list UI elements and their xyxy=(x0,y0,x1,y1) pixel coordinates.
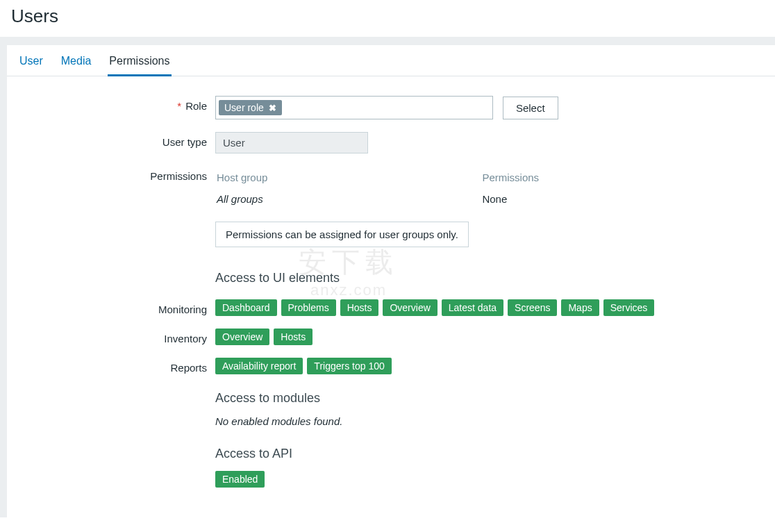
permissions-col-hostgroup: Host group xyxy=(217,167,481,190)
monitoring-label: Monitoring xyxy=(7,299,215,315)
user-type-label: User type xyxy=(7,132,215,148)
access-modules-note: No enabled modules found. xyxy=(215,415,761,427)
panel: User Media Permissions * Role User role … xyxy=(7,45,775,517)
table-row: All groups None xyxy=(217,192,658,206)
badge-overview: Overview xyxy=(383,299,437,316)
monitoring-badges: Dashboard Problems Hosts Overview Latest… xyxy=(215,299,761,316)
badge-services: Services xyxy=(603,299,655,316)
badge-screens: Screens xyxy=(508,299,557,316)
badge-dashboard: Dashboard xyxy=(215,299,277,316)
tab-permissions[interactable]: Permissions xyxy=(108,45,171,76)
badge-problems: Problems xyxy=(281,299,336,316)
role-label: * Role xyxy=(7,96,215,112)
permissions-col-permissions: Permissions xyxy=(482,167,658,190)
permissions-note: Permissions can be assigned for user gro… xyxy=(215,222,469,247)
role-tag[interactable]: User role ✖ xyxy=(219,100,282,115)
permissions-table: Host group Permissions All groups None xyxy=(215,166,660,208)
inventory-badges: Overview Hosts xyxy=(215,329,761,345)
badge-latest-data: Latest data xyxy=(442,299,503,316)
role-tag-label: User role xyxy=(224,102,264,113)
role-multiselect[interactable]: User role ✖ xyxy=(215,96,493,119)
select-role-button[interactable]: Select xyxy=(503,97,558,119)
badge-availability-report: Availability report xyxy=(215,358,303,374)
badge-inventory-hosts: Hosts xyxy=(274,329,312,345)
access-modules-title: Access to modules xyxy=(215,391,761,406)
badge-inventory-overview: Overview xyxy=(215,329,269,345)
user-type-value: User xyxy=(215,132,368,153)
tabs: User Media Permissions xyxy=(7,45,775,76)
permissions-hostgroup-value: All groups xyxy=(217,192,481,206)
badge-triggers-top100: Triggers top 100 xyxy=(307,358,391,374)
reports-badges: Availability report Triggers top 100 xyxy=(215,358,761,374)
remove-role-icon[interactable]: ✖ xyxy=(269,103,276,113)
reports-label: Reports xyxy=(7,358,215,374)
required-asterisk: * xyxy=(177,100,181,112)
access-ui-title: Access to UI elements xyxy=(215,271,761,285)
badge-hosts: Hosts xyxy=(340,299,379,316)
permissions-label: Permissions xyxy=(7,166,215,182)
permissions-permission-value: None xyxy=(482,192,658,206)
inventory-label: Inventory xyxy=(7,329,215,344)
badge-maps: Maps xyxy=(561,299,599,316)
access-api-title: Access to API xyxy=(215,447,761,461)
tab-user[interactable]: User xyxy=(18,45,44,76)
page-title: Users xyxy=(0,0,775,37)
tab-media[interactable]: Media xyxy=(60,45,93,76)
api-enabled-badge: Enabled xyxy=(215,471,265,488)
